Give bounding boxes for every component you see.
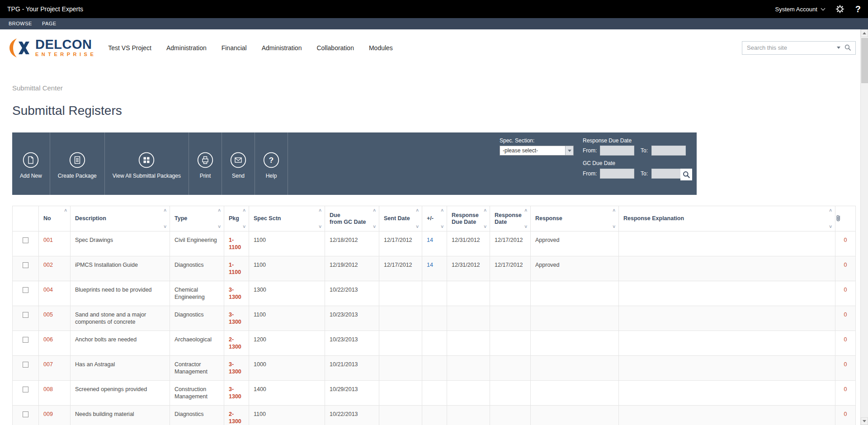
nav-item-administration[interactable]: Administration [166,44,207,52]
row-pkg-link[interactable]: 1-1100 [229,237,241,250]
nav-item-collaboration[interactable]: Collaboration [316,44,354,52]
select-dropdown-button[interactable] [565,146,573,155]
sort-desc-icon[interactable]: ˅ [441,225,443,229]
send-button[interactable]: Send [222,132,255,195]
sort-asc-icon[interactable]: ˄ [441,208,443,212]
row-pkg-link[interactable]: 1-1100 [229,262,241,275]
sort-desc-icon[interactable]: ˅ [243,225,245,229]
row-no-link[interactable]: 001 [43,237,53,243]
column-header[interactable]: Type˄˅ [170,206,224,231]
settings-gear-icon[interactable] [835,5,844,14]
scrollbar-thumb[interactable] [861,38,868,83]
gc-due-from-input[interactable] [600,169,634,179]
response-due-to-input[interactable] [651,146,686,156]
column-header[interactable]: Sent Date˄˅ [379,206,422,231]
attachment-count-link[interactable]: 0 [844,287,847,293]
sort-asc-icon[interactable]: ˄ [829,208,832,212]
tab-browse[interactable]: BROWSE [4,18,37,29]
sort-asc-icon[interactable]: ˄ [218,208,221,212]
site-search-input[interactable] [747,44,833,51]
row-pkg-link[interactable]: 3-1300 [229,312,241,325]
row-no-link[interactable]: 009 [43,411,53,417]
sort-desc-icon[interactable]: ˅ [416,225,419,229]
create-package-button[interactable]: Create Package [50,132,105,195]
sort-asc-icon[interactable]: ˄ [373,208,376,212]
account-menu[interactable]: System Account [775,6,825,13]
gc-due-date-label: GC Due Date [583,160,615,166]
column-header[interactable]: Description˄˅ [71,206,170,231]
row-checkbox[interactable] [23,287,28,293]
sort-asc-icon[interactable]: ˄ [524,208,527,212]
row-no-link[interactable]: 006 [43,336,53,343]
column-header[interactable]: Duefrom GC Date˄˅ [325,206,379,231]
column-header[interactable]: +/-˄˅ [422,206,447,231]
row-checkbox[interactable] [23,387,28,392]
cell-plus-minus [422,331,447,356]
sort-desc-icon[interactable]: ˅ [218,225,221,229]
row-no-link[interactable]: 007 [43,361,53,368]
help-button[interactable]: ? Help [255,132,288,195]
attachment-count-link[interactable]: 0 [844,336,847,343]
row-checkbox[interactable] [23,237,28,243]
scroll-up-button[interactable] [861,29,868,37]
nav-item-test-vs-project[interactable]: Test VS Project [108,44,151,52]
sort-asc-icon[interactable]: ˄ [64,208,67,212]
sort-asc-icon[interactable]: ˄ [243,208,245,212]
attachment-count-link[interactable]: 0 [844,237,847,243]
search-icon[interactable] [844,44,851,51]
row-pkg-link[interactable]: 2-1300 [229,336,241,350]
column-header[interactable]: No˄ [39,206,71,231]
view-all-submittal-packages-button[interactable]: View All Submittal Packages [105,132,189,195]
sort-desc-icon[interactable]: ˅ [524,225,527,229]
nav-item-financial[interactable]: Financial [222,44,247,52]
sort-asc-icon[interactable]: ˄ [416,208,419,212]
row-checkbox[interactable] [23,312,28,318]
column-header[interactable]: ResponseDue Date˄˅ [447,206,490,231]
nav-item-administration-2[interactable]: Administration [262,44,302,52]
row-pkg-link[interactable]: 3-1300 [229,386,241,400]
sort-desc-icon[interactable]: ˅ [613,225,615,229]
search-scope-chevron-icon[interactable] [837,47,840,49]
sort-asc-icon[interactable]: ˄ [164,208,166,212]
nav-item-modules[interactable]: Modules [369,44,393,52]
row-no-link[interactable]: 008 [43,386,53,392]
row-checkbox[interactable] [23,362,28,368]
site-logo[interactable]: DELCON ENTERPRISE [9,38,96,58]
column-header[interactable]: Pkg˄˅ [224,206,249,231]
sort-desc-icon[interactable]: ˅ [829,225,832,229]
attachment-count-link[interactable]: 0 [844,361,847,368]
row-checkbox[interactable] [23,411,28,417]
attachment-count-link[interactable]: 0 [844,411,847,417]
row-no-link[interactable]: 002 [43,262,53,268]
row-pkg-link[interactable]: 3-1300 [229,287,241,300]
row-pkg-link[interactable]: 2-1300 [229,411,241,425]
attachment-count-link[interactable]: 0 [844,386,847,392]
sort-desc-icon[interactable]: ˅ [164,225,166,229]
help-icon[interactable]: ? [855,4,861,14]
row-no-link[interactable]: 004 [43,287,53,293]
column-header[interactable]: Response˄˅ [531,206,619,231]
sort-desc-icon[interactable]: ˅ [319,225,321,229]
add-new-button[interactable]: Add New [12,132,50,195]
sort-asc-icon[interactable]: ˄ [613,208,615,212]
row-checkbox[interactable] [23,337,28,343]
row-checkbox[interactable] [23,262,28,268]
attachment-count-link[interactable]: 0 [844,312,847,318]
vertical-scrollbar[interactable] [860,29,868,425]
column-header[interactable]: Response Explanation˄˅ [619,206,835,231]
column-header[interactable]: ResponseDate˄˅ [490,206,531,231]
row-pkg-link[interactable]: 3-1300 [229,361,241,375]
column-header[interactable]: Spec Sctn˄˅ [249,206,325,231]
row-no-link[interactable]: 005 [43,312,53,318]
attachment-count-link[interactable]: 0 [844,262,847,268]
sort-desc-icon[interactable]: ˅ [373,225,376,229]
sort-asc-icon[interactable]: ˄ [319,208,321,212]
response-due-from-input[interactable] [600,146,634,156]
spec-section-select[interactable]: -please select- [500,146,574,156]
sort-asc-icon[interactable]: ˄ [484,208,486,212]
sort-desc-icon[interactable]: ˅ [484,225,486,229]
scroll-down-button[interactable] [861,417,868,425]
filter-search-button[interactable] [680,169,692,180]
print-button[interactable]: Print [189,132,222,195]
tab-page[interactable]: PAGE [37,18,61,29]
